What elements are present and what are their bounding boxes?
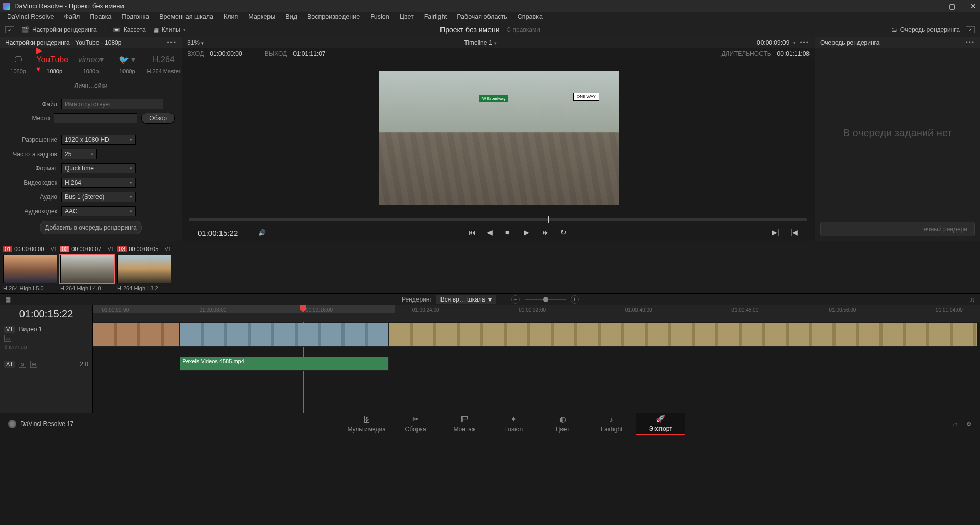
next-clip-button[interactable]: ▶|: [772, 228, 781, 237]
viewer-canvas[interactable]: W Broadway ONE WAY: [182, 59, 815, 218]
add-to-queue-button[interactable]: Добавить в очередь рендеринга: [40, 221, 142, 234]
menu-item[interactable]: Воспроизведение: [302, 12, 365, 21]
panel-menu-icon[interactable]: •••: [965, 39, 975, 46]
framerate-select[interactable]: 25▾: [61, 149, 97, 159]
preset-h264[interactable]: H.264 H.264 Master: [145, 48, 182, 80]
speaker-icon[interactable]: 🔊: [258, 229, 266, 236]
menu-item[interactable]: Временная шкала: [154, 12, 218, 21]
zoom-in-button[interactable]: +: [571, 295, 579, 304]
chevron-down-icon[interactable]: ▾: [793, 40, 796, 45]
timeline-clip[interactable]: Pexels Videos 4585.mp4: [180, 323, 389, 347]
zoom-slider[interactable]: [525, 299, 566, 300]
mini-scrubber[interactable]: [189, 218, 807, 221]
location-input[interactable]: [54, 113, 137, 123]
panel-menu-icon[interactable]: •••: [167, 39, 177, 46]
toggle-left-panel[interactable]: ✓: [5, 26, 14, 33]
youtube-icon: ▶ YouTube ▾: [36, 54, 72, 65]
audio-lane-a1[interactable]: Pexels Videos 4585.mp4: [93, 356, 980, 372]
timeline-clip[interactable]: Pexels Videos 1396928.mp4: [389, 323, 977, 347]
loop-button[interactable]: ↻: [560, 228, 570, 237]
page-color[interactable]: ◐Цвет: [538, 413, 587, 435]
menu-item[interactable]: Fusion: [365, 12, 395, 21]
viewer-timecode[interactable]: 00:00:09:09: [757, 39, 789, 46]
chevron-down-icon: ▾: [183, 27, 186, 32]
menu-item[interactable]: Подгонка: [116, 12, 154, 21]
page-cut[interactable]: ✂Сборка: [391, 413, 440, 435]
track-header-a1[interactable]: A1 S M 2.0: [0, 356, 92, 372]
menu-item[interactable]: Маркеры: [243, 12, 280, 21]
viewer-menu-icon[interactable]: •••: [800, 39, 810, 46]
deliver-icon: 🚀: [656, 414, 666, 423]
page-fairlight[interactable]: ♪Fairlight: [587, 413, 636, 435]
page-edit[interactable]: 🎞Монтаж: [440, 413, 489, 435]
browse-button[interactable]: Обзор: [141, 113, 175, 124]
zoom-dropdown[interactable]: 31% ▾: [187, 39, 204, 46]
render-queue-toggle[interactable]: 🗂 Очередь рендеринга: [891, 26, 960, 33]
resolution-select[interactable]: 1920 x 1080 HD▾: [61, 135, 136, 145]
timeline-view-icon[interactable]: ▦: [5, 296, 11, 303]
acodec-select[interactable]: AAC▾: [61, 206, 136, 216]
format-select[interactable]: QuickTime▾: [61, 163, 136, 173]
menu-item[interactable]: Вид: [280, 12, 302, 21]
project-settings-icon[interactable]: ⚙: [966, 420, 972, 428]
prev-clip-button[interactable]: |◀: [790, 228, 799, 237]
track-toggle-icon[interactable]: ▭: [4, 335, 11, 342]
transport-timecode[interactable]: 01:00:15:22: [198, 229, 238, 237]
stop-button[interactable]: ■: [505, 228, 514, 237]
clips-toggle[interactable]: ▦ Клипы ▾: [153, 26, 186, 33]
toggle-right-panel[interactable]: ✓: [966, 26, 975, 33]
track-header-v1[interactable]: V1Видео 1 ▭ 3 клипов: [0, 322, 92, 356]
vcodec-select[interactable]: H.264▾: [61, 178, 136, 188]
timeline-name[interactable]: Timeline 1 ▾: [464, 39, 497, 46]
video-lane-v1[interactable]: Dubrovnik - 12866.mp4 Pexels Videos 4585…: [93, 322, 980, 356]
preset-vimeo[interactable]: vimeo ▾ 1080p: [72, 48, 109, 80]
timeline-ruler[interactable]: 01:00:00:00 01:00:08:00 01:00:16:00 01:0…: [93, 305, 980, 322]
zoom-out-button[interactable]: −: [511, 295, 520, 304]
page-fusion[interactable]: ✦Fusion: [489, 413, 538, 435]
close-button[interactable]: ✕: [970, 3, 977, 10]
preset-youtube[interactable]: ▶ YouTube ▾ 1080p: [36, 48, 72, 80]
tape-toggle[interactable]: 📼 Кассета: [113, 26, 146, 33]
minimize-button[interactable]: —: [927, 3, 934, 10]
render-span-select[interactable]: Вся вр… шкала▾: [436, 295, 496, 304]
menu-item[interactable]: Файл: [59, 12, 85, 21]
color-icon: ◐: [559, 415, 566, 424]
out-timecode[interactable]: 01:01:11:07: [293, 50, 325, 57]
in-timecode[interactable]: 01:00:00:00: [210, 50, 242, 57]
timeline-audio-clip[interactable]: Pexels Videos 4585.mp4: [180, 357, 389, 371]
clip-thumbnails: 0100:00:00:00V1 H.264 High L5.0 0200:00:…: [0, 241, 980, 293]
prev-frame-button[interactable]: ◀: [487, 228, 496, 237]
menu-item[interactable]: Справка: [512, 12, 548, 21]
timeline-timecode[interactable]: 01:00:15:22: [0, 305, 92, 322]
mute-button[interactable]: M: [30, 361, 37, 368]
start-render-button[interactable]: ечный рендери: [820, 222, 975, 236]
next-frame-button[interactable]: ⏭: [542, 228, 551, 237]
filename-input[interactable]: [61, 99, 163, 109]
home-icon[interactable]: ⌂: [953, 420, 957, 428]
audio-select[interactable]: Bus 1 (Stereo)▾: [61, 192, 136, 202]
clip-thumbnail[interactable]: 0200:00:00:07V1 H.264 High L4.0: [60, 244, 114, 292]
music-icon[interactable]: ♫: [970, 295, 975, 304]
clip-thumbnail[interactable]: 0300:00:00:05V1 H.264 High L3.2: [117, 244, 172, 292]
menu-item[interactable]: DaVinci Resolve: [2, 12, 59, 21]
queue-empty-message: В очереди заданий нет: [815, 48, 980, 217]
preset-custom[interactable]: 🖵 1080p: [0, 48, 36, 80]
maximize-button[interactable]: ▢: [948, 3, 955, 10]
menu-item[interactable]: Рабочая область: [452, 12, 512, 21]
track-area[interactable]: Dubrovnik - 12866.mp4 Pexels Videos 4585…: [93, 322, 980, 413]
first-frame-button[interactable]: ⏮: [469, 228, 478, 237]
render-settings-toggle[interactable]: 🎬 Настройки рендеринга: [21, 26, 97, 33]
menu-item[interactable]: Цвет: [395, 12, 419, 21]
menu-item[interactable]: Клип: [218, 12, 243, 21]
menu-item[interactable]: Правка: [85, 12, 116, 21]
solo-button[interactable]: S: [19, 361, 26, 368]
chevron-down-icon: ▾: [130, 194, 132, 199]
timeline-clip[interactable]: Dubrovnik - 12866.mp4: [93, 323, 180, 347]
preset-twitter[interactable]: 🐦 ▾ 1080p: [109, 48, 145, 80]
play-button[interactable]: ▶: [524, 228, 533, 237]
preset-tab[interactable]: Личн…ойки: [0, 82, 182, 89]
clip-thumbnail[interactable]: 0100:00:00:00V1 H.264 High L5.0: [3, 244, 57, 292]
page-media[interactable]: 🗄Мультимедиа: [342, 413, 391, 435]
menu-item[interactable]: Fairlight: [419, 12, 452, 21]
page-deliver[interactable]: 🚀Экспорт: [636, 413, 685, 435]
